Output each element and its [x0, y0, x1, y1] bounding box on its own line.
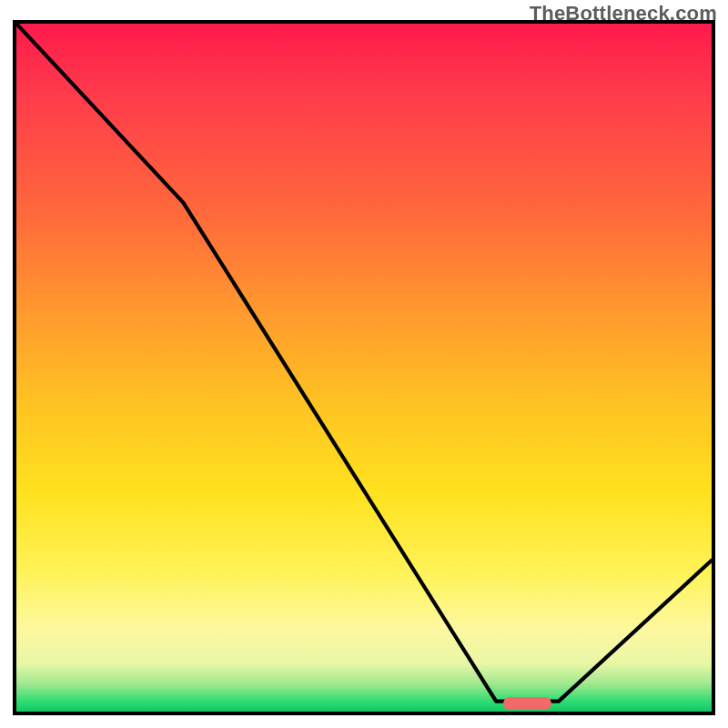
chart-frame: TheBottleneck.com [0, 0, 728, 728]
optimal-marker [503, 697, 551, 710]
gradient-background [16, 24, 712, 712]
attribution-label: TheBottleneck.com [530, 2, 717, 25]
